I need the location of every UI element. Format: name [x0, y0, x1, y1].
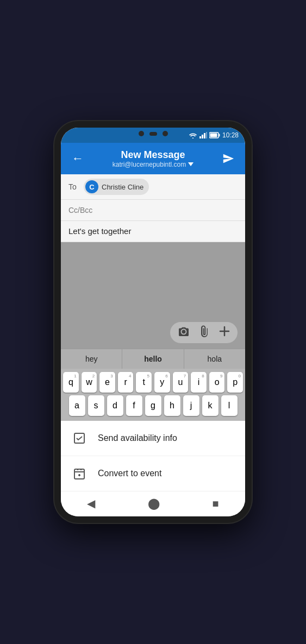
camera-icon: [178, 326, 190, 336]
to-label: To: [68, 182, 79, 191]
header-center: New Message katri@lucernepubintl.com: [113, 149, 194, 168]
send-icon: [222, 153, 234, 165]
key-k[interactable]: k: [202, 395, 218, 416]
compose-area: To C Christie Cline Cc/Bcc Let's get tog…: [61, 174, 245, 421]
app-header: ← New Message katri@lucernepubintl.com: [61, 143, 245, 174]
camera-button[interactable]: [178, 326, 190, 339]
svg-rect-2: [204, 133, 205, 138]
send-availability-item[interactable]: Send availability info: [61, 421, 245, 456]
convert-event-item[interactable]: Convert to event: [61, 456, 245, 491]
suggestion-hello[interactable]: hello: [122, 349, 184, 369]
signal-icon: [199, 132, 207, 138]
key-t[interactable]: 5t: [136, 372, 152, 393]
subject-row[interactable]: Let's get together: [61, 221, 245, 242]
send-availability-label: Send availability info: [98, 433, 177, 443]
nav-recent-button[interactable]: ■: [213, 497, 219, 510]
key-o[interactable]: 9o: [209, 372, 225, 393]
recipient-chip[interactable]: C Christie Cline: [84, 179, 149, 195]
key-u[interactable]: 7u: [173, 372, 189, 393]
status-time: 10:28: [222, 131, 239, 139]
keyboard-row-2: a s d f g h j k l: [63, 395, 243, 416]
plus-icon: [219, 326, 230, 337]
nav-home-button[interactable]: ⬤: [148, 497, 160, 510]
dropdown-arrow-icon: [188, 162, 193, 166]
key-i[interactable]: 8i: [191, 372, 207, 393]
add-button[interactable]: [219, 326, 230, 339]
key-r[interactable]: 4r: [118, 372, 134, 393]
subject-text: Let's get together: [68, 226, 131, 236]
key-l[interactable]: l: [221, 395, 238, 416]
key-d[interactable]: d: [107, 395, 123, 416]
recipient-name: Christie Cline: [102, 183, 143, 191]
phone-screen: 10:28 ← New Message katri@lucernepubintl…: [61, 128, 245, 516]
phone-frame: 10:28 ← New Message katri@lucernepubintl…: [54, 121, 252, 523]
svg-rect-6: [210, 134, 217, 137]
nav-back-button[interactable]: ◀: [87, 497, 95, 510]
bottom-sheet: Send availability info Convert to event: [61, 421, 245, 491]
send-availability-icon: [72, 431, 87, 446]
key-s[interactable]: s: [88, 395, 104, 416]
cc-bcc-row[interactable]: Cc/Bcc: [61, 200, 245, 221]
key-q[interactable]: 1q: [63, 372, 79, 393]
key-f[interactable]: f: [126, 395, 142, 416]
recipient-avatar: C: [85, 180, 98, 193]
send-button[interactable]: [220, 150, 236, 167]
key-a[interactable]: a: [69, 395, 85, 416]
key-y[interactable]: 6y: [154, 372, 170, 393]
svg-rect-5: [218, 134, 220, 137]
battery-icon: [209, 132, 220, 138]
compose-toolbar: [61, 317, 245, 349]
svg-rect-0: [199, 136, 201, 138]
keyboard-row-1: 1q 2w 3e 4r 5t 6y 7u 8i 9o 0p: [63, 372, 243, 393]
convert-event-label: Convert to event: [98, 469, 161, 478]
front-camera: [139, 131, 144, 136]
suggestions-bar: hey hello hola: [61, 349, 245, 369]
front-camera2: [163, 131, 168, 136]
keyboard-area: 1q 2w 3e 4r 5t 6y 7u 8i 9o 0p a s d f g: [61, 369, 245, 421]
status-icons: 10:28: [189, 131, 239, 139]
suggestion-hola[interactable]: hola: [184, 349, 245, 369]
header-subtitle[interactable]: katri@lucernepubintl.com: [113, 161, 194, 168]
front-camera-area: [139, 131, 168, 136]
wifi-icon: [189, 132, 197, 138]
key-h[interactable]: h: [164, 395, 180, 416]
cc-bcc-label: Cc/Bcc: [68, 206, 92, 214]
checkbox-icon: [73, 432, 86, 445]
svg-rect-1: [202, 135, 203, 138]
key-e[interactable]: 3e: [99, 372, 115, 393]
calendar-plus-icon: [73, 467, 86, 480]
front-sensor: [149, 132, 157, 136]
key-p[interactable]: 0p: [227, 372, 243, 393]
back-button[interactable]: ←: [70, 149, 86, 168]
key-g[interactable]: g: [145, 395, 161, 416]
svg-rect-3: [206, 132, 207, 138]
paperclip-icon: [199, 325, 209, 337]
convert-event-icon: [72, 466, 87, 481]
key-w[interactable]: 2w: [82, 372, 97, 393]
header-title: New Message: [113, 149, 194, 161]
nav-bar: ◀ ⬤ ■: [61, 491, 245, 516]
toolbar-group: [170, 322, 238, 343]
suggestion-hey[interactable]: hey: [61, 349, 122, 369]
key-j[interactable]: j: [183, 395, 199, 416]
to-row: To C Christie Cline: [61, 174, 245, 200]
attach-button[interactable]: [199, 325, 209, 340]
email-body[interactable]: [61, 242, 245, 317]
sender-email: katri@lucernepubintl.com: [113, 161, 186, 168]
